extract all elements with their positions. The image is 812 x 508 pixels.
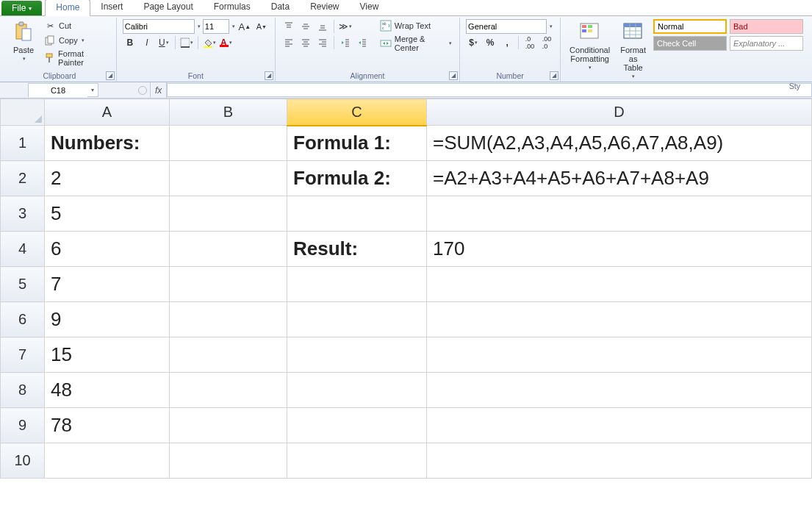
cell-B7[interactable] xyxy=(170,337,287,373)
tab-page-layout[interactable]: Page Layout xyxy=(133,0,203,15)
row-header-3[interactable]: 3 xyxy=(1,196,45,232)
cell-B5[interactable] xyxy=(170,267,287,302)
cell-B8[interactable] xyxy=(170,373,287,408)
cell-style-bad[interactable]: Bad xyxy=(730,19,803,34)
column-header-B[interactable]: B xyxy=(170,99,287,126)
cut-button[interactable]: ✂ Cut xyxy=(43,19,110,32)
format-painter-button[interactable]: Format Painter xyxy=(43,49,110,68)
paste-button[interactable]: Paste ▾ xyxy=(9,19,38,63)
cell-A4[interactable]: 6 xyxy=(45,232,170,267)
font-color-button[interactable]: A ▾ xyxy=(219,35,234,50)
name-box[interactable] xyxy=(29,84,87,97)
font-size-combo[interactable] xyxy=(203,19,229,34)
cell-D2[interactable]: =A2+A3+A4+A5+A6+A7+A8+A9 xyxy=(427,161,812,196)
row-header-9[interactable]: 9 xyxy=(1,408,45,443)
cell-B9[interactable] xyxy=(170,408,287,443)
decrease-indent-button[interactable] xyxy=(338,35,353,50)
cell-C6[interactable] xyxy=(287,302,427,337)
tab-review[interactable]: Review xyxy=(300,0,349,15)
increase-decimal-button[interactable]: .0.00 xyxy=(522,35,537,50)
orientation-button[interactable]: ≫▾ xyxy=(338,19,353,34)
comma-button[interactable]: , xyxy=(500,35,514,50)
cell-A7[interactable]: 15 xyxy=(45,337,170,373)
cell-D8[interactable] xyxy=(427,373,812,408)
dialog-launcher-font[interactable]: ◢ xyxy=(265,71,273,80)
cell-A8[interactable]: 48 xyxy=(45,373,170,408)
cell-A6[interactable]: 9 xyxy=(45,302,170,337)
fx-button[interactable]: fx xyxy=(150,82,167,98)
percent-button[interactable]: % xyxy=(483,35,497,50)
cell-D9[interactable] xyxy=(427,408,812,443)
wrap-text-button[interactable]: abc Wrap Text xyxy=(378,19,453,32)
dialog-launcher-number[interactable]: ◢ xyxy=(550,71,558,80)
align-middle-button[interactable] xyxy=(298,19,313,34)
increase-font-button[interactable]: A▲ xyxy=(237,19,252,34)
cell-C2[interactable]: Formula 2: xyxy=(287,161,427,196)
align-center-button[interactable] xyxy=(298,35,313,50)
cell-D5[interactable] xyxy=(427,267,812,302)
row-header-6[interactable]: 6 xyxy=(1,302,45,337)
cell-C10[interactable] xyxy=(287,443,427,479)
chevron-down-icon[interactable]: ▾ xyxy=(198,24,201,29)
cell-B10[interactable] xyxy=(170,443,287,479)
chevron-down-icon[interactable]: ▾ xyxy=(550,24,553,29)
cell-B3[interactable] xyxy=(170,196,287,232)
cell-C9[interactable] xyxy=(287,408,427,443)
cell-C3[interactable] xyxy=(287,196,427,232)
dialog-launcher-alignment[interactable]: ◢ xyxy=(449,71,458,80)
tab-data[interactable]: Data xyxy=(261,0,300,15)
cell-D3[interactable] xyxy=(427,196,812,232)
align-right-button[interactable] xyxy=(315,35,330,50)
cell-A9[interactable]: 78 xyxy=(45,408,170,443)
cell-A10[interactable] xyxy=(45,443,170,479)
tab-view[interactable]: View xyxy=(350,0,389,15)
number-format-combo[interactable] xyxy=(466,19,547,34)
chevron-down-icon[interactable]: ▾ xyxy=(232,24,235,29)
dialog-launcher-clipboard[interactable]: ◢ xyxy=(106,71,115,80)
cell-style-check[interactable]: Check Cell xyxy=(653,36,727,51)
column-header-D[interactable]: D xyxy=(427,99,812,126)
select-all-corner[interactable] xyxy=(1,99,45,126)
align-bottom-button[interactable] xyxy=(315,19,330,34)
format-as-table-button[interactable]: Format as Table ▾ xyxy=(617,19,649,81)
chevron-down-icon[interactable]: ▾ xyxy=(87,87,98,93)
cell-C8[interactable] xyxy=(287,373,427,408)
font-name-combo[interactable] xyxy=(123,19,195,34)
cell-C7[interactable] xyxy=(287,337,427,373)
cell-D10[interactable] xyxy=(427,443,812,479)
row-header-1[interactable]: 1 xyxy=(1,126,45,161)
increase-indent-button[interactable] xyxy=(355,35,370,50)
decrease-font-button[interactable]: A▼ xyxy=(254,19,269,34)
align-left-button[interactable] xyxy=(281,35,296,50)
row-header-2[interactable]: 2 xyxy=(1,161,45,196)
cell-C4[interactable]: Result: xyxy=(287,232,427,267)
row-header-5[interactable]: 5 xyxy=(1,267,45,302)
cell-A3[interactable]: 5 xyxy=(45,196,170,232)
cell-D6[interactable] xyxy=(427,302,812,337)
cell-C5[interactable] xyxy=(287,267,427,302)
cell-A5[interactable]: 7 xyxy=(45,267,170,302)
cell-D7[interactable] xyxy=(427,337,812,373)
column-header-A[interactable]: A xyxy=(45,99,170,126)
column-header-C[interactable]: C xyxy=(287,99,427,126)
row-header-7[interactable]: 7 xyxy=(1,337,45,373)
cell-A1[interactable]: Numbers: xyxy=(45,126,170,161)
cell-style-explanatory[interactable]: Explanatory ... xyxy=(730,36,803,51)
cell-D1[interactable]: =SUM(A2,A3,A4,A5,A6,A7,A8,A9) xyxy=(427,126,812,161)
merge-center-button[interactable]: Merge & Center ▾ xyxy=(378,34,453,53)
cell-B1[interactable] xyxy=(170,126,287,161)
align-top-button[interactable] xyxy=(281,19,296,34)
bold-button[interactable]: B xyxy=(123,35,137,50)
copy-button[interactable]: Copy ▾ xyxy=(43,34,110,47)
cell-B4[interactable] xyxy=(170,232,287,267)
row-header-10[interactable]: 10 xyxy=(1,443,45,479)
tab-insert[interactable]: Insert xyxy=(90,0,133,15)
row-header-4[interactable]: 4 xyxy=(1,232,45,267)
tab-formulas[interactable]: Formulas xyxy=(204,0,261,15)
cell-B6[interactable] xyxy=(170,302,287,337)
decrease-decimal-button[interactable]: .00.0 xyxy=(539,35,554,50)
borders-button[interactable]: ▾ xyxy=(179,35,194,50)
conditional-formatting-button[interactable]: Conditional Formatting ▾ xyxy=(567,19,613,72)
tab-home[interactable]: Home xyxy=(45,0,90,16)
currency-button[interactable]: $▾ xyxy=(466,35,481,50)
